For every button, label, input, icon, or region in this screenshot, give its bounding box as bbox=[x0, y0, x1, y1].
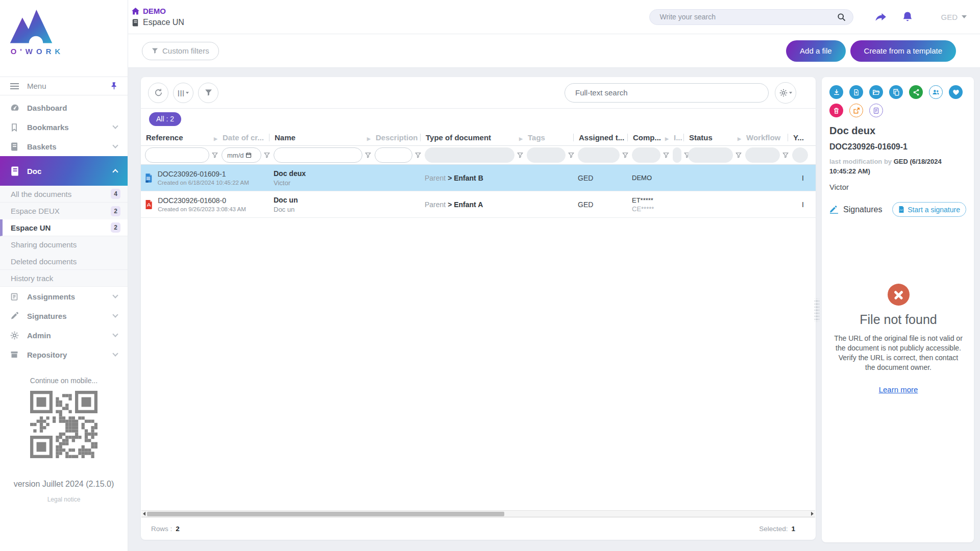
sidebar-item-admin[interactable]: Admin bbox=[0, 325, 128, 345]
sidebar-item-baskets[interactable]: Baskets bbox=[0, 137, 128, 156]
funnel-icon[interactable] bbox=[736, 152, 742, 158]
user-menu[interactable]: GED bbox=[941, 13, 967, 21]
scrollbar-thumb[interactable] bbox=[147, 512, 504, 516]
full-text-search-input[interactable] bbox=[575, 88, 758, 97]
filter-name-input[interactable] bbox=[274, 147, 362, 163]
sidebar-item-bookmarks[interactable]: Bookmarks bbox=[0, 117, 128, 137]
column-header-date[interactable]: Date of cr... bbox=[222, 133, 274, 142]
funnel-icon[interactable] bbox=[782, 152, 789, 158]
column-divider bbox=[788, 134, 792, 141]
scroll-left-arrow[interactable] bbox=[143, 512, 145, 516]
column-header-name[interactable]: Name bbox=[274, 133, 375, 142]
sidebar-item-doc[interactable]: Doc bbox=[0, 156, 128, 186]
full-text-search[interactable] bbox=[565, 83, 769, 103]
scroll-right-arrow[interactable] bbox=[811, 512, 814, 516]
columns-button[interactable]: ||| bbox=[173, 83, 193, 103]
funnel-icon[interactable] bbox=[568, 152, 574, 158]
funnel-icon[interactable] bbox=[212, 152, 218, 158]
sidebar-item-deleted-documents[interactable]: Deleted documents bbox=[0, 253, 128, 270]
column-header-status[interactable]: Status bbox=[688, 133, 745, 142]
filter-reference bbox=[145, 147, 222, 163]
filter-type-select[interactable] bbox=[425, 147, 514, 163]
filter-reference-input[interactable] bbox=[145, 147, 209, 163]
open-external-button[interactable] bbox=[849, 104, 863, 117]
funnel-icon bbox=[152, 47, 158, 54]
sidebar-item-history-track[interactable]: History track bbox=[0, 270, 128, 287]
file-upload-icon bbox=[853, 89, 860, 96]
sidebar-item-espace-un[interactable]: Espace UN 2 bbox=[0, 219, 128, 236]
download-button[interactable] bbox=[829, 85, 843, 99]
learn-more-link[interactable]: Learn more bbox=[879, 385, 918, 394]
funnel-icon[interactable] bbox=[663, 152, 669, 158]
column-header-description[interactable]: Description bbox=[375, 133, 425, 142]
funnel-icon[interactable] bbox=[517, 152, 523, 158]
tab-all[interactable]: All : 2 bbox=[149, 112, 181, 126]
column-header-y[interactable]: Y... bbox=[792, 133, 812, 142]
bell-icon[interactable] bbox=[902, 11, 913, 23]
panel-resize-handle[interactable] bbox=[815, 298, 819, 322]
table-settings-button[interactable] bbox=[775, 82, 796, 104]
sidebar-item-dashboard[interactable]: Dashboard bbox=[0, 98, 128, 117]
funnel-icon[interactable] bbox=[622, 152, 628, 158]
global-search[interactable] bbox=[649, 9, 853, 25]
filter-assigned-select[interactable] bbox=[578, 147, 620, 163]
refresh-button[interactable] bbox=[148, 83, 168, 103]
create-from-template-button[interactable]: Create from a template bbox=[850, 40, 956, 62]
document-actions-row-2 bbox=[829, 104, 974, 117]
assign-users-button[interactable] bbox=[929, 85, 943, 99]
chevron-down-icon bbox=[112, 123, 118, 129]
funnel-icon[interactable] bbox=[264, 152, 270, 158]
column-header-company[interactable]: Comp... bbox=[632, 133, 673, 142]
start-signature-button[interactable]: Start a signature bbox=[892, 202, 966, 217]
filter-tags-select[interactable] bbox=[527, 147, 566, 163]
filter-company-select[interactable] bbox=[632, 147, 660, 163]
sidebar-item-assignments[interactable]: Assignments bbox=[0, 287, 128, 306]
table-header-row: Reference Date of cr... Name Description… bbox=[141, 129, 816, 146]
copy-button[interactable] bbox=[889, 85, 903, 99]
funnel-icon[interactable] bbox=[415, 152, 421, 158]
search-icon[interactable] bbox=[837, 13, 846, 21]
sidebar-item-all-documents[interactable]: All the documents 4 bbox=[0, 186, 128, 203]
horizontal-scrollbar[interactable] bbox=[141, 510, 815, 517]
pin-icon[interactable] bbox=[111, 82, 117, 90]
breadcrumb-page[interactable]: Espace UN bbox=[132, 18, 184, 27]
add-file-button[interactable]: Add a file bbox=[786, 40, 846, 62]
column-header-tags[interactable]: Tags bbox=[527, 133, 578, 142]
calendar-icon[interactable] bbox=[246, 152, 252, 158]
sidebar-item-sharing-documents[interactable]: Sharing documents bbox=[0, 236, 128, 253]
open-folder-button[interactable] bbox=[869, 85, 883, 99]
filter-button[interactable] bbox=[198, 83, 218, 103]
table-row[interactable]: DOC230926-01609-1 Created on 6/18/2024 1… bbox=[141, 165, 816, 191]
sidebar-item-label: Dashboard bbox=[27, 104, 67, 112]
filter-i-select[interactable] bbox=[673, 147, 681, 163]
filter-y-select[interactable] bbox=[792, 147, 808, 163]
legal-notice-link[interactable]: Legal notice bbox=[0, 496, 128, 503]
sidebar-item-repository[interactable]: Repository bbox=[0, 345, 128, 364]
sidebar-item-espace-deux[interactable]: Espace DEUX 2 bbox=[0, 203, 128, 219]
custom-filters-button[interactable]: Custom filters bbox=[142, 42, 219, 60]
document-properties-button[interactable] bbox=[869, 104, 883, 117]
upload-version-button[interactable] bbox=[849, 85, 863, 99]
global-search-input[interactable] bbox=[659, 13, 837, 21]
filter-description-input[interactable] bbox=[375, 147, 412, 163]
share-icon[interactable] bbox=[874, 11, 888, 23]
filter-status-select[interactable] bbox=[688, 147, 733, 163]
favorite-button[interactable] bbox=[949, 85, 963, 99]
document-name-sub: Doc un bbox=[274, 206, 375, 213]
delete-button[interactable] bbox=[829, 104, 843, 117]
sidebar-item-label: Baskets bbox=[27, 142, 57, 151]
breadcrumb-root[interactable]: DEMO bbox=[132, 7, 184, 15]
column-header-workflow[interactable]: Workflow bbox=[745, 133, 792, 142]
error-message: The URL of the original file is not vali… bbox=[834, 334, 963, 372]
column-header-type[interactable]: Type of document bbox=[425, 133, 527, 142]
filter-date-input[interactable]: mm/d bbox=[222, 147, 261, 163]
column-header-reference[interactable]: Reference bbox=[145, 133, 222, 142]
share-button[interactable] bbox=[909, 85, 923, 99]
column-header-assigned[interactable]: Assigned t... bbox=[578, 133, 632, 142]
filter-workflow-select[interactable] bbox=[745, 147, 780, 163]
column-header-i[interactable]: I... bbox=[673, 133, 688, 142]
menu-toggle[interactable]: Menu bbox=[0, 77, 128, 95]
table-row[interactable]: DOC230926-01608-0 Created on 9/26/2023 3… bbox=[141, 191, 816, 218]
sidebar-item-signatures[interactable]: Signatures bbox=[0, 306, 128, 325]
funnel-icon[interactable] bbox=[365, 152, 371, 158]
